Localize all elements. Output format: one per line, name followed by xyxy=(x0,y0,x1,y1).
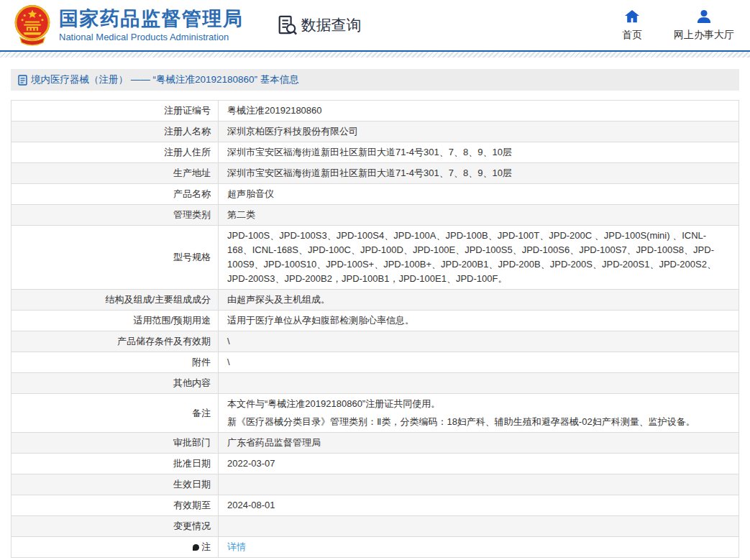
table-row: 注详情 xyxy=(12,537,739,558)
data-query-icon xyxy=(277,14,297,36)
row-value: 粤械注准20192180860 xyxy=(219,101,739,121)
row-value: 2022-03-07 xyxy=(219,454,739,474)
table-row: 备注本文件与“粤械注准20192180860”注册证共同使用。新《医疗器械分类目… xyxy=(12,394,739,433)
org-subtitle: National Medical Products Administration xyxy=(59,32,244,42)
row-value: 由超声探头及主机组成。 xyxy=(219,290,739,311)
row-label: 产品名称 xyxy=(12,184,219,205)
table-row: 生效日期 xyxy=(12,474,739,495)
home-icon xyxy=(624,9,640,24)
row-value: JPD-100S、JPD-100S3、JPD-100S4、JPD-100A、JP… xyxy=(219,226,739,290)
row-value: 深圳京柏医疗科技股份有限公司 xyxy=(219,121,739,142)
row-value xyxy=(219,373,739,394)
table-row: 附件\ xyxy=(12,352,739,373)
note-icon xyxy=(193,544,199,551)
table-row: 适用范围/预期用途适用于医疗单位从孕妇腹部检测胎心率信息。 xyxy=(12,311,739,331)
row-label: 适用范围/预期用途 xyxy=(12,311,219,331)
table-row: 注册人住所深圳市宝安区福海街道新田社区新田大道71-4号301、7、8、9、10… xyxy=(12,142,739,163)
nav-item-label: 网上办事大厅 xyxy=(674,29,734,42)
hatched-strip xyxy=(0,52,750,58)
row-label: 结构及组成/主要组成成分 xyxy=(12,290,219,311)
row-value xyxy=(219,516,739,537)
table-row: 批准日期2022-03-07 xyxy=(12,454,739,474)
row-value: 深圳市宝安区福海街道新田社区新田大道71-4号301、7、8、9、10层 xyxy=(219,163,739,184)
top-nav: 首页 网上办事大厅 xyxy=(622,9,734,42)
row-label: 注册人名称 xyxy=(12,121,219,142)
table-row: 产品储存条件及有效期\ xyxy=(12,331,739,352)
table-row: 型号规格JPD-100S、JPD-100S3、JPD-100S4、JPD-100… xyxy=(12,226,739,290)
table-row: 其他内容 xyxy=(12,373,739,394)
row-value xyxy=(219,474,739,495)
registration-info-table: 注册证编号粤械注准20192180860注册人名称深圳京柏医疗科技股份有限公司注… xyxy=(11,100,739,558)
data-query-tab[interactable]: 数据查询 xyxy=(277,14,362,36)
row-label: 有效期至 xyxy=(12,495,219,516)
row-label: 注册证编号 xyxy=(12,101,219,121)
detail-link[interactable]: 详情 xyxy=(227,541,246,552)
row-value: 2024-08-01 xyxy=(219,495,739,516)
table-row: 变更情况 xyxy=(12,516,739,537)
table-row: 产品名称超声胎音仪 xyxy=(12,184,739,205)
national-emblem-logo xyxy=(13,4,52,47)
row-label: 生产地址 xyxy=(12,163,219,184)
row-value-line: 新《医疗器械分类目录》管理类别：Ⅱ类，分类编码：18妇产科、辅助生殖和避孕器械-… xyxy=(227,415,730,429)
nav-item-home[interactable]: 首页 xyxy=(622,9,642,42)
row-label: 注 xyxy=(12,537,219,558)
site-header: 国家药品监督管理局 National Medical Products Admi… xyxy=(0,0,750,50)
row-label: 其他内容 xyxy=(12,373,219,394)
page-titlebar: 境内医疗器械（注册） —— “粤械注准20192180860” 基本信息 xyxy=(11,69,739,91)
row-value: 第二类 xyxy=(219,205,739,226)
row-value: \ xyxy=(219,331,739,352)
info-table-body: 注册证编号粤械注准20192180860注册人名称深圳京柏医疗科技股份有限公司注… xyxy=(12,101,739,558)
nav-item-service-hall[interactable]: 网上办事大厅 xyxy=(674,9,734,42)
row-value-line: 本文件与“粤械注准20192180860”注册证共同使用。 xyxy=(227,397,730,411)
row-label: 附件 xyxy=(12,352,219,373)
row-value: 本文件与“粤械注准20192180860”注册证共同使用。新《医疗器械分类目录》… xyxy=(219,394,739,433)
row-value: 超声胎音仪 xyxy=(219,184,739,205)
nav-item-label: 首页 xyxy=(622,29,642,42)
table-row: 审批部门广东省药品监督管理局 xyxy=(12,433,739,454)
table-row: 注册证编号粤械注准20192180860 xyxy=(12,101,739,121)
page-title: 境内医疗器械（注册） —— “粤械注准20192180860” 基本信息 xyxy=(31,73,299,86)
main-content: 境内医疗器械（注册） —— “粤械注准20192180860” 基本信息 注册证… xyxy=(11,69,739,558)
row-label: 生效日期 xyxy=(12,474,219,495)
row-value: 深圳市宝安区福海街道新田社区新田大道71-4号301、7、8、9、10层 xyxy=(219,142,739,163)
data-query-label: 数据查询 xyxy=(301,15,362,35)
row-label: 审批部门 xyxy=(12,433,219,454)
row-label: 注册人住所 xyxy=(12,142,219,163)
table-row: 结构及组成/主要组成成分由超声探头及主机组成。 xyxy=(12,290,739,311)
row-value: 详情 xyxy=(219,537,739,558)
row-value: 适用于医疗单位从孕妇腹部检测胎心率信息。 xyxy=(219,311,739,331)
table-row: 生产地址深圳市宝安区福海街道新田社区新田大道71-4号301、7、8、9、10层 xyxy=(12,163,739,184)
table-row: 有效期至2024-08-01 xyxy=(12,495,739,516)
row-label: 批准日期 xyxy=(12,454,219,474)
document-icon xyxy=(18,75,27,86)
row-label: 变更情况 xyxy=(12,516,219,537)
row-label: 管理类别 xyxy=(12,205,219,226)
org-title: 国家药品监督管理局 xyxy=(59,8,244,30)
row-value: \ xyxy=(219,352,739,373)
row-label: 型号规格 xyxy=(12,226,219,290)
row-label: 产品储存条件及有效期 xyxy=(12,331,219,352)
table-row: 注册人名称深圳京柏医疗科技股份有限公司 xyxy=(12,121,739,142)
user-icon xyxy=(696,9,712,24)
table-row: 管理类别第二类 xyxy=(12,205,739,226)
row-value: 广东省药品监督管理局 xyxy=(219,433,739,454)
org-logo-block[interactable]: 国家药品监督管理局 National Medical Products Admi… xyxy=(59,8,244,42)
row-label: 备注 xyxy=(12,394,219,433)
